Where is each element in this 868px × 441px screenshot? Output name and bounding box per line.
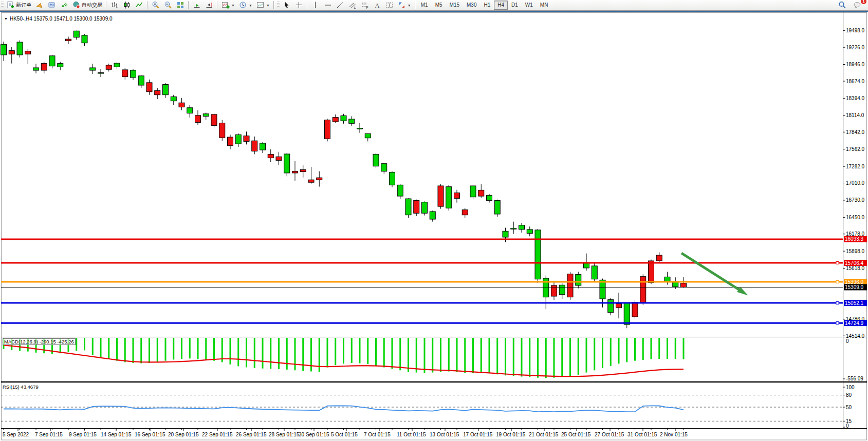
- line-chart-button[interactable]: [133, 0, 145, 10]
- chevron-down-icon[interactable]: ▼: [249, 4, 252, 7]
- signal-button[interactable]: [58, 0, 70, 10]
- bull-candle: [82, 35, 87, 43]
- label-icon: T: [385, 1, 394, 9]
- bull-candle: [470, 186, 476, 197]
- fibonacci-button[interactable]: F: [359, 0, 371, 10]
- vline-icon: [311, 1, 320, 9]
- autotrade-label: 自动交易: [82, 2, 102, 9]
- bear-candle: [219, 123, 225, 138]
- toolbar-grip[interactable]: [1, 2, 4, 9]
- tile-windows-button[interactable]: [174, 0, 187, 10]
- vline-button[interactable]: [309, 0, 322, 10]
- bull-candle: [519, 225, 525, 229]
- bull-candle: [365, 133, 371, 138]
- time-tick-label: 30 Sep 01:15: [299, 432, 329, 437]
- timeframe-d1-button[interactable]: D1: [508, 1, 522, 10]
- rsi-indicator-label: RSI(15) 43.4679: [3, 384, 39, 390]
- time-tick-label: 7 Sep 01:15: [35, 432, 63, 437]
- timeframe-m15-button[interactable]: M15: [446, 1, 463, 10]
- zoom-out-button[interactable]: [162, 0, 174, 10]
- bar-chart-button[interactable]: [108, 0, 121, 10]
- signal-icon: [60, 1, 68, 9]
- bull-candle: [349, 119, 355, 123]
- trendline-button[interactable]: [334, 0, 346, 10]
- search-button[interactable]: [836, 0, 848, 10]
- time-tick-label: 16 Sep 01:15: [135, 432, 165, 437]
- toolbar-separator: [273, 1, 274, 9]
- toolbar-grip[interactable]: [277, 2, 280, 9]
- chevron-down-icon[interactable]: ▼: [266, 4, 270, 7]
- bull-candle: [503, 231, 508, 237]
- main-toolbar: 新订单自动交易▼▼▼EFAT▼M1M5M15M30H1H4D1W1MN1: [0, 0, 868, 11]
- sound-button[interactable]: [33, 0, 46, 10]
- fibonacci-icon: F: [361, 1, 369, 9]
- price-tick-label: 18394.0: [846, 95, 865, 101]
- template-button[interactable]: ▼: [254, 0, 272, 10]
- shapes-button[interactable]: ▼: [396, 0, 413, 10]
- time-tick-label: 9 Sep 01:15: [69, 432, 97, 437]
- price-tick-label: 17842.0: [846, 129, 865, 135]
- text-icon: A: [373, 1, 381, 9]
- crosshair-button[interactable]: [293, 0, 305, 10]
- auto-scroll-button[interactable]: [191, 0, 203, 10]
- chevron-down-icon[interactable]: ▼: [231, 4, 235, 7]
- bull-candle: [131, 70, 136, 78]
- label-button[interactable]: T: [383, 0, 396, 10]
- hline-handle[interactable]: [836, 322, 839, 324]
- timeframe-m30-button[interactable]: M30: [463, 1, 480, 10]
- chat-button[interactable]: 1: [852, 0, 864, 10]
- bull-candle: [535, 230, 541, 279]
- bull-candle: [49, 56, 55, 66]
- new-order-button[interactable]: 新订单: [5, 0, 33, 10]
- channel-icon: E: [348, 1, 357, 9]
- zoom-in-button[interactable]: [150, 0, 162, 10]
- channel-button[interactable]: E: [346, 0, 359, 10]
- time-tick-label: 26 Sep 01:15: [236, 432, 267, 437]
- bull-candle: [203, 114, 209, 117]
- hline-handle[interactable]: [836, 281, 839, 283]
- bull-candle: [235, 135, 241, 144]
- chart-menu-caret[interactable]: ▼: [4, 17, 8, 21]
- new-order-icon: [7, 1, 15, 9]
- bear-candle: [155, 90, 160, 94]
- text-button[interactable]: A: [371, 0, 383, 10]
- bull-candle: [357, 128, 363, 129]
- new-order-label: 新订单: [16, 2, 31, 9]
- time-tick-label: 28 Sep 01:15: [269, 432, 300, 437]
- autotrade-button[interactable]: 自动交易: [70, 0, 104, 10]
- timeframe-w1-button[interactable]: W1: [522, 1, 537, 10]
- cursor-button[interactable]: [281, 0, 293, 10]
- clock-button[interactable]: ▼: [237, 0, 254, 10]
- svg-text:A: A: [375, 2, 379, 9]
- chart-shift-button[interactable]: [203, 0, 215, 10]
- timeframe-mn-button[interactable]: MN: [537, 1, 552, 10]
- time-tick-label: 19 Oct 01:15: [496, 432, 526, 437]
- bull-candle: [664, 277, 670, 281]
- price-line-badge-value: 16093.3: [845, 236, 864, 242]
- chart-canvas[interactable]: 19498.019226.018946.018674.018394.018114…: [0, 12, 868, 441]
- time-tick-label: 25 Oct 01:15: [561, 432, 591, 437]
- timeframe-h4-button[interactable]: H4: [494, 1, 508, 10]
- notification-badge: 1: [861, 0, 866, 4]
- hline-handle[interactable]: [836, 302, 839, 304]
- price-line-badge-value: 15396.0: [845, 279, 864, 285]
- hline-handle[interactable]: [836, 262, 839, 264]
- bear-candle: [438, 186, 444, 206]
- price-tick-label: 18674.0: [846, 79, 865, 84]
- timeframe-m5-button[interactable]: M5: [432, 1, 446, 10]
- time-tick-label: 22 Sep 01:15: [202, 432, 233, 437]
- bull-candle: [373, 154, 379, 166]
- timeframe-h1-button[interactable]: H1: [480, 1, 494, 10]
- bear-candle: [317, 178, 322, 180]
- chevron-down-icon[interactable]: ▼: [408, 4, 411, 7]
- bull-candle: [341, 116, 346, 121]
- bear-candle: [106, 65, 112, 69]
- indicators-button[interactable]: ▼: [219, 0, 237, 10]
- publisher-button[interactable]: [46, 0, 58, 10]
- bear-candle: [414, 200, 419, 213]
- hline-button[interactable]: [322, 0, 334, 10]
- timeframe-m1-button[interactable]: M1: [417, 1, 432, 10]
- bear-candle: [179, 103, 184, 107]
- sound-icon: [35, 1, 44, 9]
- candle-chart-button[interactable]: [121, 0, 133, 10]
